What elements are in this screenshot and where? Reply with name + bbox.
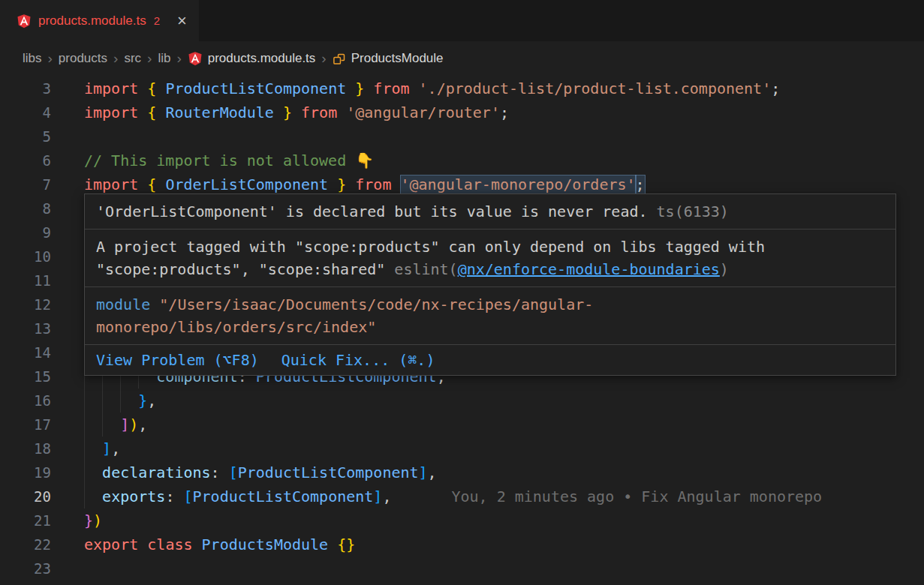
indent-guide <box>84 484 85 508</box>
breadcrumb-item-src[interactable]: src <box>124 51 141 66</box>
code-line-23[interactable]: 23 <box>0 556 924 580</box>
code-token: , <box>428 464 437 482</box>
code-line-18[interactable]: 18 ], <box>0 436 924 460</box>
code-token: ProductListComponent <box>165 80 346 98</box>
code-token: , <box>111 440 120 458</box>
tab-bar: products.module.ts 2 × <box>0 0 924 41</box>
code-line-3[interactable]: 3import { ProductListComponent } from '.… <box>0 76 924 100</box>
breadcrumb-label: ProductsModule <box>351 51 444 66</box>
code-token: './product-list/product-list.component' <box>419 80 772 98</box>
code-line-20[interactable]: 20 exports: [ProductListComponent],You, … <box>0 484 924 508</box>
breadcrumb-item-products-module-ts[interactable]: products.module.ts <box>188 51 316 66</box>
code-token: { <box>147 104 165 122</box>
code-token: } <box>84 512 93 530</box>
line-number: 19 <box>0 460 51 484</box>
line-number: 20 <box>0 484 51 508</box>
code-line-19[interactable]: 19 declarations: [ProductListComponent], <box>0 460 924 484</box>
code-token: : <box>165 488 183 506</box>
line-number: 9 <box>0 220 51 244</box>
hover-text: ) <box>720 260 729 278</box>
line-number: 3 <box>0 76 51 100</box>
code-token: , <box>138 416 147 434</box>
line-content: }) <box>84 508 102 532</box>
code-token: from <box>301 104 346 122</box>
indent-guide <box>102 388 103 412</box>
hover-status-bar: View Problem (⌥F8)Quick Fix... (⌘.) <box>85 345 895 375</box>
code-token <box>346 80 355 98</box>
hover-text: 'OrderListComponent' is declared but its… <box>96 202 648 220</box>
code-token: OrderListComponent <box>165 176 328 194</box>
breadcrumb-separator: › <box>321 50 326 67</box>
code-token <box>84 488 102 506</box>
close-icon[interactable]: × <box>177 13 187 29</box>
code-token: ] <box>102 440 111 458</box>
code-line-4[interactable]: 4import { RouterModule } from '@angular/… <box>0 100 924 124</box>
code-token <box>84 464 102 482</box>
line-content: exports: [ProductListComponent],You, 2 m… <box>84 484 822 508</box>
angular-icon <box>17 14 32 28</box>
hover-text: monorepo/libs/orders/src/index" <box>96 318 376 336</box>
code-token: , <box>147 392 156 410</box>
hover-text: A project tagged with "scope:products" c… <box>96 238 765 256</box>
code-token: { <box>147 80 165 98</box>
line-number: 17 <box>0 412 51 436</box>
problems-badge: 2 <box>154 14 160 27</box>
code-token: from <box>355 176 400 194</box>
code-token: 👇 <box>355 152 374 170</box>
hover-text: eslint( <box>394 260 457 278</box>
breadcrumb-item-products[interactable]: products <box>59 51 107 66</box>
line-number: 22 <box>0 532 51 556</box>
line-content: }, <box>84 388 156 412</box>
tab-products-module[interactable]: products.module.ts 2 × <box>0 0 199 41</box>
line-content: declarations: [ProductListComponent], <box>84 460 437 484</box>
code-line-22[interactable]: 22export class ProductsModule {} <box>0 532 924 556</box>
breadcrumb: libs›products›src›lib›products.module.ts… <box>0 41 924 75</box>
class-icon <box>333 52 346 65</box>
code-token: export <box>84 536 147 554</box>
code-token: ] <box>373 488 382 506</box>
code-token: ) <box>93 512 102 530</box>
code-token: declarations <box>102 464 211 482</box>
hover-text: ts(6133) <box>648 202 729 220</box>
code-line-5[interactable]: 5 <box>0 124 924 148</box>
line-content: ]), <box>84 412 147 436</box>
code-token: } <box>283 104 301 122</box>
code-token: import <box>84 104 147 122</box>
breadcrumb-item-lib[interactable]: lib <box>158 51 170 66</box>
vscode-window: products.module.ts 2 × libs›products›src… <box>0 0 924 585</box>
code-line-6[interactable]: 6// This import is not allowed 👇 <box>0 148 924 172</box>
code-line-17[interactable]: 17 ]), <box>0 412 924 436</box>
code-token: ProductListComponent <box>193 488 374 506</box>
indent-guide <box>84 460 85 484</box>
code-token: ; <box>500 104 509 122</box>
code-token <box>84 440 102 458</box>
line-number: 10 <box>0 244 51 268</box>
code-token: RouterModule <box>165 104 274 122</box>
breadcrumb-item-libs[interactable]: libs <box>23 51 42 66</box>
breadcrumb-label: libs <box>23 51 42 66</box>
code-token: ProductListComponent <box>238 464 419 482</box>
hover-text: "/Users/isaac/Documents/code/nx-recipes/… <box>159 296 593 314</box>
module-boundaries-link[interactable]: @nx/enforce-module-boundaries <box>458 260 720 278</box>
indent-guide <box>84 388 85 412</box>
breadcrumb-separator: › <box>176 50 181 67</box>
line-number: 21 <box>0 508 51 532</box>
line-number: 18 <box>0 436 51 460</box>
view-problem-link[interactable]: View Problem (⌥F8) <box>96 349 259 371</box>
indent-guide <box>84 412 85 436</box>
code-token: {} <box>337 536 355 554</box>
line-number: 5 <box>0 124 51 148</box>
code-token <box>328 176 337 194</box>
quick-fix-link[interactable]: Quick Fix... (⌘.) <box>281 349 435 371</box>
breadcrumb-separator: › <box>113 50 118 67</box>
code-line-16[interactable]: 16 }, <box>0 388 924 412</box>
editor[interactable]: 3import { ProductListComponent } from '.… <box>0 75 924 585</box>
hover-popup: 'OrderListComponent' is declared but its… <box>84 194 896 376</box>
code-token: import <box>84 80 147 98</box>
breadcrumb-item-productsmodule[interactable]: ProductsModule <box>333 51 444 66</box>
code-token: [ <box>229 464 238 482</box>
code-line-21[interactable]: 21}) <box>0 508 924 532</box>
breadcrumb-label: products <box>59 51 107 66</box>
breadcrumb-label: lib <box>158 51 170 66</box>
code-token: , <box>382 488 391 506</box>
